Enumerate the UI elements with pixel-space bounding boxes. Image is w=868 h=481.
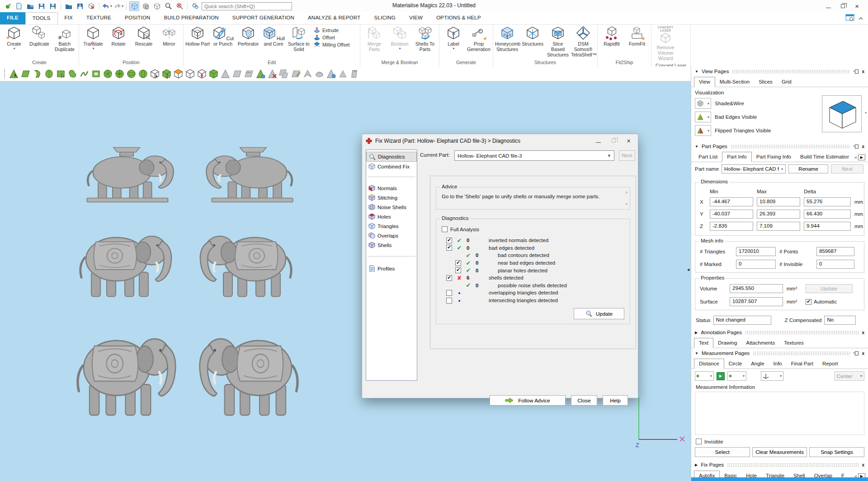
dialog-title-bar[interactable]: Fix Wizard (Part: Hollow- Elephant CAD f… [362, 134, 638, 148]
mark-shell-icon[interactable] [44, 69, 54, 79]
tab-report[interactable]: Report [818, 359, 843, 369]
collapse-icon[interactable]: ▼ [695, 351, 698, 355]
tab-part-info[interactable]: Part Info [722, 152, 751, 162]
points-field[interactable]: 859687 [816, 247, 854, 256]
honeycomb-structures-button[interactable]: Honeycomb Structures [495, 25, 520, 52]
diagnostic-row[interactable]: ✘ 6 shells detected [446, 274, 626, 282]
quick-search-input[interactable] [202, 2, 292, 10]
surface-field[interactable]: 10287.507 [730, 297, 783, 306]
diagnostic-row[interactable]: ✔ 0 planar holes detected [455, 266, 626, 274]
zoom-selection-icon[interactable] [141, 1, 151, 11]
rapidfit-button[interactable]: Rapidfit [599, 25, 624, 47]
hollow-part-button[interactable]: Hollow Part [185, 25, 210, 47]
page-noise-shells[interactable]: Noise Shells [366, 202, 417, 212]
toolbar-grip[interactable] [4, 69, 5, 79]
batch-duplicate-button[interactable]: ✱Batch Duplicate [52, 25, 77, 52]
tab-angle[interactable]: Angle [746, 359, 769, 369]
close-icon[interactable]: x [862, 69, 864, 74]
center-dropdown[interactable]: Center▾ [835, 371, 864, 381]
save-as-icon[interactable] [48, 1, 58, 11]
mark-hemisphere-icon[interactable] [138, 69, 148, 79]
menu-texture[interactable]: TEXTURE [80, 12, 118, 24]
properties-update-button[interactable]: Update [806, 284, 853, 293]
page-normals[interactable]: Normals [366, 183, 417, 193]
z-compensated-field[interactable]: No [824, 316, 856, 325]
gray-disc-icon[interactable] [314, 69, 325, 79]
tab-info[interactable]: Info [769, 359, 787, 369]
expand-icon[interactable]: ▶ [695, 463, 698, 467]
part-elephant-mid-left[interactable] [68, 224, 176, 304]
part-next-button[interactable]: Next [831, 164, 863, 173]
cube-plain-icon[interactable] [185, 69, 195, 79]
zoom-in-icon[interactable] [163, 1, 173, 11]
menu-view[interactable]: VIEW [402, 12, 429, 24]
save-icon[interactable] [37, 1, 47, 11]
menu-position[interactable]: POSITION [118, 12, 157, 24]
tab-part-list[interactable]: Part List [694, 152, 722, 162]
expand-icon[interactable]: ▶ [695, 331, 698, 335]
triangles-field[interactable]: 1720010 [736, 247, 776, 256]
current-part-combobox[interactable]: Hollow- Elephant CAD file-3▼ [454, 150, 614, 161]
minimize-button[interactable] [826, 3, 831, 9]
menu-slicing[interactable]: SLICING [368, 12, 402, 24]
gray-plane-edit-icon[interactable] [291, 69, 301, 79]
undo-icon[interactable]: ▾ [102, 1, 112, 11]
part-elephant-bottom-right[interactable] [194, 323, 311, 425]
menu-fix[interactable]: FIX [58, 12, 80, 24]
automatic-checkbox[interactable]: Automatic [806, 299, 853, 305]
magics-logo-icon[interactable] [3, 1, 13, 11]
measurement-pages-header[interactable]: ▼ Measurement Pages x [691, 348, 868, 357]
tab-multi-section[interactable]: Multi-Section [715, 77, 754, 87]
cube-green-icon[interactable] [208, 69, 219, 79]
mark-freeform-icon[interactable] [79, 69, 90, 79]
follow-advice-button[interactable]: Follow Advice [490, 395, 566, 406]
settings-gears-icon[interactable] [190, 1, 200, 11]
mark-blob-icon[interactable] [67, 69, 78, 79]
create-button[interactable]: ★Create▾ [1, 25, 27, 51]
mark-curved-surface-icon[interactable] [32, 69, 42, 79]
tri-drop-icon[interactable] [326, 69, 336, 79]
rescale-button[interactable]: Rescale [131, 25, 156, 47]
flipped-triangles-dropdown[interactable]: ▾ [695, 125, 711, 136]
tab-grid[interactable]: Grid [777, 77, 796, 87]
menu-support-generation[interactable]: SUPPORT GENERATION [226, 12, 301, 24]
z-delta-field[interactable]: 9.944 [804, 222, 851, 231]
mark-tri-blue-icon[interactable] [255, 69, 266, 79]
z-max-field[interactable]: 7.109 [757, 222, 800, 231]
measure-apply-button[interactable]: ▶ [717, 372, 725, 380]
tab-text[interactable]: Text [694, 338, 713, 348]
duplicate-button[interactable]: Duplicate [27, 25, 52, 47]
part-elephant-mid-right[interactable] [195, 224, 304, 304]
hull-and-core-button[interactable]: Hull and Core [261, 25, 286, 47]
diagnostic-row[interactable]: ✔ 0 inverted normals detected [446, 237, 626, 244]
perforator-button[interactable]: Perforator [236, 25, 261, 47]
close-dialog-button[interactable]: Close [571, 395, 597, 406]
pin-icon[interactable] [853, 69, 859, 74]
mark-window-icon[interactable] [56, 69, 66, 79]
dsm-somos-tetrashell-button[interactable]: DSM Somos® TetraShell™ [571, 25, 596, 58]
close-button[interactable]: × [855, 4, 859, 9]
y-min-field[interactable]: -40.037 [710, 210, 753, 219]
unmark-plane-icon[interactable] [232, 69, 242, 79]
menu-file[interactable]: FILE [0, 12, 25, 24]
gray-wedge-icon[interactable] [302, 69, 313, 79]
milling-offset-button[interactable]: Milling Offset [313, 42, 357, 47]
delete-part-icon[interactable] [86, 1, 96, 11]
preview-dropdown-icon[interactable]: ▾ [865, 111, 867, 115]
diagnostic-row[interactable]: • intersecting triangles detected [446, 297, 626, 304]
close-icon[interactable]: x [862, 351, 864, 356]
prop-generation-button[interactable]: ★Prop Generation [466, 25, 491, 52]
mark-polygon-icon[interactable] [91, 69, 101, 79]
page-combined-fix[interactable]: Combined Fix [366, 162, 417, 171]
diagnostic-row[interactable]: ✔ 0 possible noise shells detected [455, 282, 626, 290]
cube-surface-select-icon[interactable] [161, 69, 172, 79]
diagnostic-row[interactable]: ✔ 0 bad contours detected [455, 252, 626, 259]
tab-final-part[interactable]: Final Part [787, 359, 818, 369]
mirror-button[interactable]: Mirror [156, 25, 182, 47]
menu-options-help[interactable]: OPTIONS & HELP [429, 12, 488, 24]
diagnostic-row[interactable]: ✔ 0 bad edges detected [446, 244, 626, 252]
page-stitching[interactable]: Stitching [366, 193, 417, 202]
gray-triangle2-icon[interactable] [338, 69, 348, 79]
export-part-icon[interactable] [75, 1, 85, 11]
pin-icon[interactable] [853, 144, 859, 149]
